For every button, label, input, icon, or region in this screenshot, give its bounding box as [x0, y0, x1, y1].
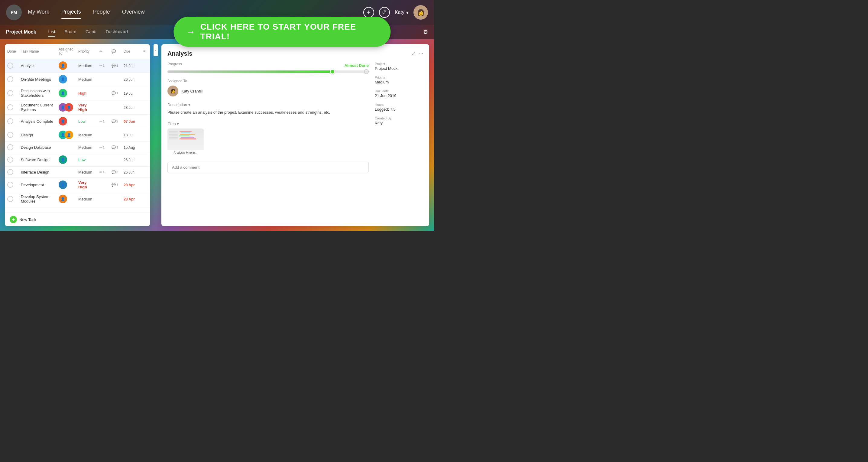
priority-badge: Medium	[78, 197, 92, 202]
assigned-label: Assigned To	[167, 79, 369, 83]
nav-tab-projects[interactable]: Projects	[61, 9, 81, 16]
table-row[interactable]: Develop System Modules 👤 Medium 28 Apr	[5, 192, 150, 206]
task-name-cell: Discussions with Stakeholders	[19, 86, 56, 100]
more-icon[interactable]: ···	[419, 51, 423, 57]
nav-tab-people[interactable]: People	[93, 9, 110, 16]
comment-count: 💬1	[112, 91, 119, 95]
done-checkbox[interactable]	[7, 144, 13, 150]
col-header-done: Done	[5, 44, 19, 59]
due-cell: 18 Jul	[121, 128, 141, 142]
task-name-cell: Develop System Modules	[19, 192, 56, 206]
table-row[interactable]: Interface Design Medium ✏1 💬2 26 Jun	[5, 166, 150, 178]
done-checkbox[interactable]	[7, 132, 13, 138]
done-checkbox[interactable]	[7, 118, 13, 124]
attach-cell	[97, 178, 109, 192]
priority-cell: Medium	[76, 59, 97, 72]
task-name-cell: On-Site Meetings	[19, 72, 56, 86]
table-row[interactable]: Analysis Complete 👤 Low ✏1 💬2 07 Jun	[5, 115, 150, 128]
collapse-handle[interactable]: ‹	[154, 44, 158, 56]
expand-icon[interactable]: ⤢	[412, 51, 415, 57]
nav-tab-overview[interactable]: Overview	[122, 9, 145, 16]
done-checkbox[interactable]	[7, 76, 13, 82]
due-date: 28 Jun	[124, 105, 134, 110]
progress-thumb[interactable]	[330, 69, 335, 74]
comment-count: 💬1	[112, 64, 119, 68]
table-row[interactable]: Document Current Systems 👤👤 Very High 28…	[5, 100, 150, 115]
file-name: Analysis-Meetin...	[167, 150, 204, 156]
assigned-cell: 👤	[56, 59, 76, 72]
done-checkbox[interactable]	[7, 182, 13, 188]
table-row[interactable]: On-Site Meetings 👤 Medium 26 Jun	[5, 72, 150, 86]
task-name-cell: Document Current Systems	[19, 100, 56, 115]
assigned-cell: 👤	[56, 192, 76, 206]
sub-tab-list[interactable]: List	[49, 29, 55, 35]
new-task-button[interactable]: + New Task	[5, 213, 150, 226]
assigned-avatar: 👩	[167, 86, 178, 96]
assigned-cell: 👤	[56, 115, 76, 128]
done-checkbox[interactable]	[7, 90, 13, 96]
due-cell: 07 Jun	[121, 115, 141, 128]
priority-cell: Medium	[76, 72, 97, 86]
table-row[interactable]: Design Database Medium ✏1 💬1 15 Aug	[5, 142, 150, 153]
due-cell: 26 Jun	[121, 166, 141, 178]
priority-cell: Very High	[76, 178, 97, 192]
comment-count: 💬2	[112, 170, 119, 174]
nav-tab-mywork[interactable]: My Work	[28, 9, 49, 16]
task-name-cell: Design Database	[19, 142, 56, 153]
attach-cell	[97, 192, 109, 206]
attach-cell	[97, 153, 109, 166]
progress-track[interactable]: ✓	[167, 70, 369, 73]
table-row[interactable]: Analysis 👤 Medium ✏1 💬1 21 Jun	[5, 59, 150, 72]
detail-title: Analysis	[167, 50, 192, 57]
task-name-cell: Interface Design	[19, 166, 56, 178]
user-chip[interactable]: Katy ▾	[395, 10, 409, 16]
description-section: Description ▾ Please create an analysis …	[167, 102, 369, 116]
done-checkbox[interactable]	[7, 157, 13, 163]
sub-tab-gantt[interactable]: Gantt	[86, 29, 97, 35]
task-name-cell: Design	[19, 128, 56, 142]
meta-hours: Hours Logged: 7.5	[375, 103, 423, 112]
sub-tab-dashboard[interactable]: Dashboard	[106, 29, 128, 35]
sub-tab-board[interactable]: Board	[64, 29, 76, 35]
logo[interactable]: PM	[6, 4, 22, 20]
filter-icon[interactable]: ≡	[143, 49, 145, 54]
avatar[interactable]: 👩	[413, 5, 428, 20]
comment-input[interactable]	[167, 162, 369, 173]
due-date: 21 Jun	[124, 64, 134, 68]
files-toggle[interactable]: Files ▾	[167, 122, 369, 126]
meta-due-label: Due Date	[375, 89, 423, 93]
table-row[interactable]: Software Design 👤 Low 26 Jun	[5, 153, 150, 166]
add-button[interactable]: +	[363, 7, 374, 18]
assigned-cell: 👤	[56, 178, 76, 192]
priority-cell: Medium	[76, 128, 97, 142]
done-checkbox[interactable]	[7, 63, 13, 69]
cta-banner[interactable]: → CLICK HERE TO START YOUR FREE TRIAL!	[174, 17, 391, 47]
file-thumbnail[interactable]: Analysis-Meetin...	[167, 128, 204, 156]
progress-label: Progress	[167, 62, 182, 66]
assigned-cell	[56, 166, 76, 178]
settings-icon[interactable]: ⚙	[423, 29, 428, 35]
table-row[interactable]: Discussions with Stakeholders 👤 High 💬1 …	[5, 86, 150, 100]
priority-badge: Medium	[78, 170, 92, 175]
comment-cell: 💬1	[109, 178, 121, 192]
progress-fill	[167, 70, 333, 73]
main-nav: My Work Projects People Overview	[28, 9, 363, 16]
attach-cell	[97, 128, 109, 142]
done-checkbox[interactable]	[7, 169, 13, 175]
description-label: Description	[167, 102, 187, 107]
table-row[interactable]: Development 👤 Very High 💬1 29 Apr	[5, 178, 150, 192]
meta-hours-logged-label: Logged:	[375, 107, 389, 112]
task-table-scroll[interactable]: Done Task Name Assigned To Priority ✏ 💬 …	[5, 44, 150, 213]
done-checkbox[interactable]	[7, 196, 13, 202]
due-cell: 28 Jun	[121, 100, 141, 115]
timer-button[interactable]: ⏱	[379, 7, 390, 18]
progress-section: Progress Almost Done ✓	[167, 62, 369, 73]
assigned-section: Assigned To 👩 Katy Cranfill	[167, 79, 369, 96]
col-header-filter[interactable]: ≡	[141, 44, 150, 59]
task-name-cell: Analysis	[19, 59, 56, 72]
done-checkbox[interactable]	[7, 104, 13, 110]
description-toggle[interactable]: Description ▾	[167, 102, 369, 107]
due-date: 15 Aug	[124, 146, 135, 150]
files-chevron-icon: ▾	[177, 122, 179, 126]
table-row[interactable]: Design 👤👤 Medium 18 Jul	[5, 128, 150, 142]
